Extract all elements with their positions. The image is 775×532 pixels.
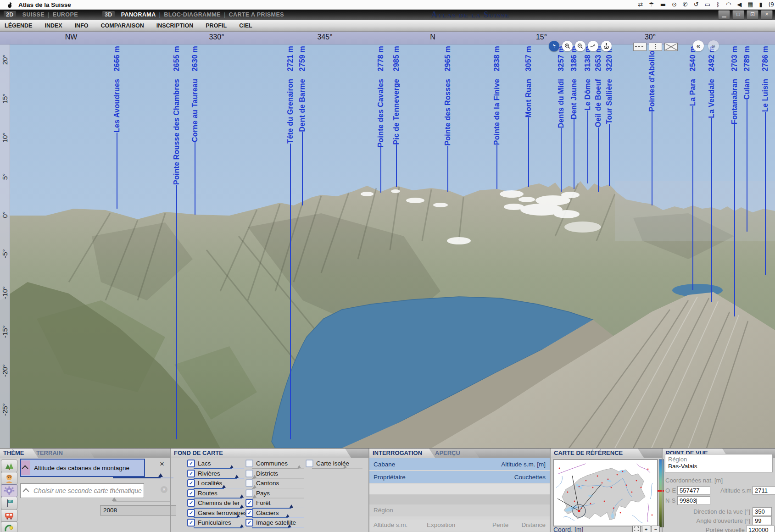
split-pane-tool-button[interactable] <box>649 43 662 51</box>
checkbox-communes[interactable] <box>245 460 253 467</box>
layer-opacity-slider[interactable] <box>194 527 244 528</box>
layer-toggle-districts[interactable]: Districts <box>245 470 278 477</box>
map-expand-button[interactable] <box>632 526 641 532</box>
sync-icon[interactable]: ⇄ <box>638 0 643 9</box>
layer-opacity-slider[interactable] <box>194 517 244 518</box>
layer-toggle-rivieres[interactable]: ✓Rivières <box>187 470 220 477</box>
map-zoom-in-button[interactable]: + <box>642 526 650 532</box>
tab-apercu[interactable]: APERÇU <box>432 449 479 458</box>
close-theme-icon[interactable]: × <box>160 460 164 468</box>
window-close-button[interactable]: × <box>761 10 773 20</box>
layer-toggle-foret[interactable]: ✓Forêt <box>245 499 271 507</box>
slider-handle[interactable] <box>236 514 240 517</box>
layer-opacity-slider[interactable] <box>252 517 304 518</box>
theme-category-politics-button[interactable] <box>1 497 17 510</box>
time-machine-icon[interactable]: ↺ <box>694 0 699 9</box>
layer-opacity-slider[interactable] <box>194 498 244 499</box>
panorama-view[interactable] <box>0 44 775 448</box>
layer-opacity-slider[interactable] <box>194 468 244 469</box>
checkbox-gares-ferroviaires[interactable]: ✓ <box>187 509 195 517</box>
window-minimize-button[interactable]: ▁ <box>718 10 730 20</box>
dropdown-chevron[interactable] <box>21 460 30 475</box>
menu-item-inscription[interactable]: INSCRIPTION <box>156 22 194 29</box>
layer-opacity-slider[interactable] <box>194 508 244 509</box>
nav-item-panorama[interactable]: PANORAMA <box>121 11 156 18</box>
layer-toggle-funiculaires[interactable]: ✓Funiculaires <box>187 519 231 526</box>
layer-toggle-routes[interactable]: ✓Routes <box>187 489 217 497</box>
slider-handle[interactable] <box>240 524 244 527</box>
layer-toggle-cantons[interactable]: Cantons <box>245 479 279 487</box>
menubar-app-name[interactable]: Atlas de la Suisse <box>18 1 71 8</box>
tab-theme[interactable]: THÈME <box>0 449 38 458</box>
slider-handle[interactable] <box>343 465 347 468</box>
layer-toggle-localites[interactable]: ✓Localités <box>187 479 222 487</box>
theme-category-nature-button[interactable] <box>1 460 17 472</box>
clear-secondary-icon[interactable]: × <box>161 486 167 493</box>
antivirus-icon[interactable]: ☂ <box>649 0 654 9</box>
theme-category-communication-button[interactable] <box>1 521 17 532</box>
slider-handle[interactable] <box>253 494 256 498</box>
layer-opacity-slider[interactable] <box>252 498 304 499</box>
theme-category-transport-button[interactable] <box>1 509 17 522</box>
primary-theme-dropdown[interactable]: Altitude des cabanes de montagne <box>20 459 145 477</box>
layer-opacity-slider[interactable] <box>194 478 244 479</box>
history-back-button[interactable]: « <box>693 40 704 51</box>
menu-item-profil[interactable]: PROFIL <box>206 22 227 29</box>
slider-handle[interactable] <box>240 504 244 508</box>
menu-item-comparaison[interactable]: COMPARAISON <box>101 22 144 29</box>
checkbox-image-satellite[interactable]: ✓ <box>245 519 253 526</box>
layer-opacity-slider[interactable] <box>252 468 304 469</box>
slider-handle[interactable] <box>253 485 256 488</box>
secondary-theme-dropdown[interactable]: Choisir une seconde carte thématique <box>20 483 144 498</box>
slider-handle[interactable] <box>286 514 290 517</box>
theme-category-population-button[interactable] <box>1 472 17 485</box>
checkbox-cantons[interactable] <box>245 479 253 487</box>
checkbox-pays[interactable] <box>245 489 253 497</box>
slider-handle[interactable] <box>240 494 244 498</box>
slider-handle[interactable] <box>297 465 301 468</box>
wifi-icon[interactable]: ◠ <box>726 0 731 9</box>
layer-toggle-lacs[interactable]: ✓Lacs <box>187 460 211 467</box>
pointer-tool-button[interactable] <box>549 41 559 51</box>
layer-opacity-slider[interactable] <box>312 468 362 469</box>
map-zoom-out-button[interactable]: − <box>652 526 660 532</box>
bluetooth-icon[interactable]: ᛒ <box>716 0 720 9</box>
window-restore-button[interactable]: ⊡ <box>747 10 758 20</box>
slider-handle[interactable] <box>235 475 239 478</box>
slider-handle[interactable] <box>158 473 163 477</box>
slider-handle[interactable] <box>288 524 291 527</box>
tab-terrain[interactable]: TERRAIN <box>33 449 94 458</box>
checkbox-rivieres[interactable]: ✓ <box>187 470 195 477</box>
zoom-out-tool-button[interactable] <box>575 41 585 51</box>
checkbox-routes[interactable]: ✓ <box>187 489 195 497</box>
altitude-input[interactable]: 2711 <box>753 486 775 495</box>
slider-handle[interactable] <box>222 485 226 488</box>
theme-category-economy-button[interactable] <box>1 484 17 497</box>
ns-input[interactable]: 99803 <box>677 496 710 505</box>
layer-toggle-glaciers[interactable]: ✓Glaciers <box>245 509 279 517</box>
checkbox-localites[interactable]: ✓ <box>187 479 195 487</box>
nav-item-europe[interactable]: EUROPE <box>53 11 78 18</box>
tab-interrogation[interactable]: INTERROGATION <box>369 449 435 458</box>
keyboard-icon[interactable]: ▦ <box>747 0 753 9</box>
layer-opacity-slider[interactable] <box>252 488 304 489</box>
window-maximize-button[interactable]: □ <box>732 10 744 20</box>
switzerland-overview-map[interactable] <box>553 459 658 526</box>
menu-item-info[interactable]: INFO <box>75 22 89 29</box>
display-preset-icon[interactable]: ▬ <box>660 0 666 9</box>
aperture-input[interactable]: 99 <box>753 516 772 525</box>
layer-opacity-slider[interactable] <box>252 508 304 509</box>
phone-icon[interactable]: ✆ <box>683 0 688 9</box>
checkbox-districts[interactable] <box>245 470 253 477</box>
slider-handle[interactable] <box>230 465 234 468</box>
menu-item-index[interactable]: INDEX <box>45 22 62 29</box>
history-forward-button[interactable]: » <box>708 40 719 51</box>
battery-icon[interactable]: ▮ <box>759 0 763 9</box>
layer-toggle-pays[interactable]: Pays <box>245 489 270 497</box>
year-field[interactable]: 2008 <box>100 505 176 515</box>
checkbox-glaciers[interactable]: ✓ <box>245 509 253 517</box>
layer-toggle-communes[interactable]: Communes <box>245 460 288 467</box>
oe-input[interactable]: 557477 <box>677 486 710 495</box>
layer-opacity-slider[interactable] <box>194 488 244 489</box>
checkbox-carte-isolee[interactable] <box>306 460 313 467</box>
